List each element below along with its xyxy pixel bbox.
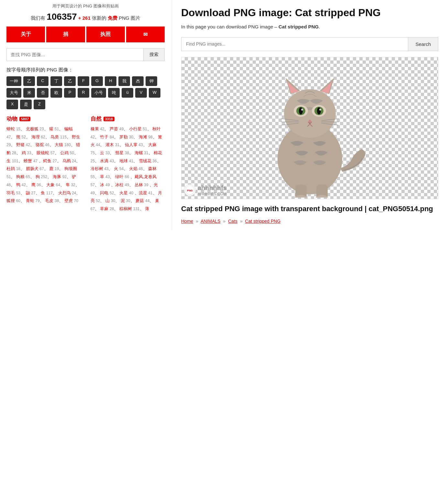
animal-link[interactable]: 鼬 [26,190,30,195]
animal-link[interactable]: 大象 [46,182,55,187]
nature-link[interactable]: 光 [154,182,158,187]
alpha-key[interactable]: Z [34,100,45,109]
nature-link[interactable]: 竹子 [100,135,108,139]
nature-link[interactable]: 仙人掌 [125,142,137,147]
nature-link[interactable]: 飓风,龙卷风 [135,174,157,179]
animal-link[interactable]: 羽毛 [6,190,15,195]
nature-link[interactable]: 巢 [155,198,159,203]
nature-link[interactable]: 棕榈树 [119,206,132,211]
nature-link[interactable]: 棉花 [154,150,162,155]
nature-link[interactable]: 绿叶 [115,174,124,179]
alpha-key[interactable]: 是 [20,100,32,109]
nature-link[interactable]: 罗勒 [119,135,128,139]
animal-link[interactable]: 隼 [66,182,70,187]
animal-link[interactable]: 毛皮 [45,198,53,203]
alpha-key[interactable]: G [91,76,103,86]
nature-link[interactable]: 灌木 [105,142,114,147]
alpha-key[interactable]: 小号 [91,88,106,98]
animal-link[interactable]: 蟒蛇 [6,126,15,131]
alpha-key[interactable]: H [105,76,116,86]
nature-link[interactable]: 火星 [119,190,128,195]
animal-link[interactable]: 鸡 [22,150,26,155]
breadcrumb-home[interactable]: Home [181,219,193,224]
alpha-key[interactable]: 杰 [132,76,144,86]
nature-link[interactable]: 云 [100,150,104,155]
animal-link[interactable]: 鹿 [49,166,53,171]
alpha-key[interactable]: 我 [118,76,130,86]
alpha-key[interactable]: C [37,76,49,86]
nature-link[interactable]: 蘑菇 [136,198,144,203]
alpha-key[interactable]: 一种 [6,76,21,86]
animal-link[interactable]: 火烈鸟 [58,190,71,195]
nav-email-button[interactable]: ✉ [126,27,165,42]
animal-link[interactable]: 青蛙 [26,198,34,203]
animal-link[interactable]: 螃蟹 [24,158,32,163]
animal-link[interactable]: 野生 [72,135,80,139]
animal-link[interactable]: 公鸡 [60,150,69,155]
alpha-key[interactable]: W [149,88,160,98]
right-search-input[interactable] [181,37,408,51]
alpha-key[interactable]: V [135,88,147,98]
nature-link[interactable]: 地球 [119,158,128,163]
animal-link[interactable]: 野猪 [16,142,25,147]
animal-link[interactable]: 北极狐 [26,126,38,131]
alpha-key[interactable]: 钾 [146,76,157,86]
animal-link[interactable]: 鱼 [41,190,45,195]
nature-link[interactable]: 火 [114,166,118,171]
nature-link[interactable]: 火焰 [129,166,137,171]
alpha-key[interactable]: X [6,100,18,109]
alpha-key[interactable]: 乙 [23,76,35,86]
left-search-button[interactable]: 搜索 [144,48,165,61]
breadcrumb-cats[interactable]: Cats [228,219,237,224]
animal-link[interactable]: 蝙蝠 [64,126,73,131]
nav-donate-button[interactable]: 捐 [46,27,85,42]
alpha-key[interactable]: 吨 [108,88,120,98]
animal-link[interactable]: 壁虎 [64,198,73,203]
animal-link[interactable]: 杜鹃 [6,166,15,171]
animal-link[interactable]: 狗 [36,174,40,179]
nav-about-button[interactable]: 关于 [6,27,45,42]
nature-link[interactable]: 草 [100,174,104,179]
animal-link[interactable]: 鸟类 [50,135,59,139]
nature-link[interactable]: 小行星 [129,126,142,131]
nature-link[interactable]: 橡果 [91,126,99,131]
alpha-key[interactable]: 欧 [50,88,62,98]
animal-link[interactable]: 生 [6,158,11,163]
nature-link[interactable]: 丛林 [135,182,143,187]
animal-link[interactable]: 獾 [49,126,53,131]
animal-link[interactable]: 鳄鱼 [43,158,51,163]
animal-link[interactable]: 腊肠犬 [26,166,38,171]
animal-link[interactable]: 骆驼 [36,142,44,147]
nature-link[interactable]: 泥 [121,198,125,203]
nature-link[interactable]: 薄 [145,206,149,211]
left-search-input[interactable] [6,48,144,61]
animal-link[interactable]: 熊 [16,135,20,139]
animal-link[interactable]: 眼镜蛇 [37,150,49,155]
alpha-key[interactable]: R [78,88,89,98]
nature-link[interactable]: 闪电 [100,190,108,195]
nature-link[interactable]: 冷杉树 [91,166,103,171]
animal-link[interactable]: 乌鸦 [62,158,71,163]
animal-link[interactable]: 狗粮 [16,174,25,179]
alpha-key[interactable]: 否 [37,88,49,98]
alpha-key[interactable]: 米 [23,88,35,98]
animal-link[interactable]: 鹰 [31,182,36,187]
nature-link[interactable]: 大麻 [148,142,157,147]
nature-link[interactable]: 海螺 [135,150,143,155]
nature-link[interactable]: 山 [105,198,110,203]
alpha-key[interactable]: F [78,76,89,86]
nature-link[interactable]: 彗星 [115,150,124,155]
animal-link[interactable]: 大猫 [55,142,63,147]
breadcrumb-current[interactable]: Cat stripped PNG [245,219,281,224]
alpha-key[interactable]: 大号 [6,88,21,98]
nature-link[interactable]: 海滩 [139,135,147,139]
alpha-key[interactable]: ü [122,88,133,98]
alpha-key[interactable]: P [64,88,76,98]
right-search-button[interactable]: Search [408,37,438,51]
nature-link[interactable]: 芦荟 [110,126,118,131]
nature-link[interactable]: 森林 [148,166,157,171]
animal-link[interactable]: 鸭 [16,182,20,187]
nature-link[interactable]: 秋叶 [152,126,161,131]
nature-link[interactable]: 草麻 [100,206,108,211]
animal-link[interactable]: 狗项圈 [64,166,77,171]
